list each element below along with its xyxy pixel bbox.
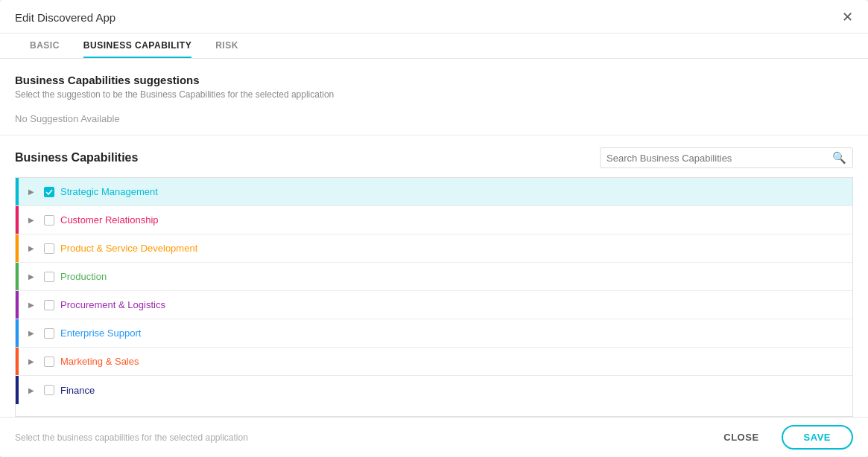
row-checkbox[interactable] (44, 187, 54, 197)
modal-close-icon[interactable]: ✕ (842, 10, 853, 33)
tab-risk[interactable]: RISK (215, 33, 238, 58)
expand-button[interactable]: ▶ (23, 325, 39, 342)
expand-button[interactable]: ▶ (23, 382, 39, 398)
capability-row[interactable]: ▶Procurement & Logistics (16, 291, 852, 319)
modal-body: Business Capabilities suggestions Select… (0, 59, 868, 417)
capability-label: Production (60, 271, 852, 282)
capability-label: Finance (60, 385, 852, 396)
capability-row[interactable]: ▶Marketing & Sales (16, 348, 852, 376)
capability-label: Procurement & Logistics (60, 299, 852, 310)
color-bar (16, 206, 19, 234)
expand-button[interactable]: ▶ (23, 297, 39, 313)
suggestions-section: Business Capabilities suggestions Select… (0, 59, 868, 135)
color-bar (16, 263, 19, 290)
row-checkbox[interactable] (44, 328, 54, 339)
color-bar (16, 291, 19, 319)
edit-discovered-app-modal: Edit Discovered App ✕ BASIC BUSINESS CAP… (0, 0, 868, 457)
color-bar (16, 319, 19, 347)
tab-business-capability[interactable]: BUSINESS CAPABILITY (83, 33, 191, 58)
footer-buttons: CLOSE SAVE (710, 425, 853, 450)
capability-label: Strategic Management (60, 186, 852, 197)
modal-header: Edit Discovered App ✕ (0, 0, 868, 33)
color-bar (16, 376, 19, 404)
row-checkbox[interactable] (44, 357, 54, 367)
capability-row[interactable]: ▶Product & Service Development (16, 234, 852, 263)
no-suggestion-text: No Suggestion Available (15, 110, 853, 127)
search-input[interactable] (606, 153, 832, 164)
expand-button[interactable]: ▶ (23, 354, 39, 370)
tabs-container: BASIC BUSINESS CAPABILITY RISK (0, 33, 868, 59)
save-button[interactable]: SAVE (782, 425, 853, 450)
capability-label: Product & Service Development (60, 243, 852, 254)
footer-hint: Select the business capabilities for the… (15, 432, 248, 443)
capabilities-section: Business Capabilities 🔍 ▶Strategic Manag… (0, 135, 868, 417)
row-checkbox[interactable] (44, 300, 54, 310)
color-bar (16, 348, 19, 375)
capability-row[interactable]: ▶Strategic Management (16, 178, 852, 206)
search-box[interactable]: 🔍 (600, 147, 853, 168)
expand-button[interactable]: ▶ (23, 269, 39, 285)
row-checkbox[interactable] (44, 215, 54, 226)
search-icon[interactable]: 🔍 (832, 151, 846, 164)
capability-row[interactable]: ▶Production (16, 263, 852, 291)
close-button[interactable]: CLOSE (710, 426, 772, 449)
suggestions-title: Business Capabilities suggestions (15, 74, 853, 86)
row-checkbox[interactable] (44, 243, 54, 254)
capability-label: Customer Relationship (60, 214, 852, 226)
suggestions-subtitle: Select the suggestion to be the Business… (15, 89, 853, 100)
expand-button[interactable]: ▶ (23, 240, 39, 257)
color-bar (16, 234, 19, 262)
capability-row[interactable]: ▶Customer Relationship (16, 206, 852, 234)
row-checkbox[interactable] (44, 385, 54, 395)
tab-basic[interactable]: BASIC (30, 33, 60, 58)
modal-title: Edit Discovered App (15, 11, 115, 33)
row-checkbox[interactable] (44, 272, 54, 282)
capabilities-title: Business Capabilities (15, 151, 138, 164)
capability-label: Marketing & Sales (60, 356, 852, 367)
tabs: BASIC BUSINESS CAPABILITY RISK (15, 33, 853, 58)
expand-button[interactable]: ▶ (23, 212, 39, 228)
capability-row[interactable]: ▶Finance (16, 376, 852, 404)
expand-button[interactable]: ▶ (23, 184, 39, 200)
capability-label: Enterprise Support (60, 327, 852, 339)
color-bar (16, 178, 19, 205)
capability-row[interactable]: ▶Enterprise Support (16, 319, 852, 348)
capabilities-list: ▶Strategic Management▶Customer Relations… (15, 177, 853, 417)
capabilities-header: Business Capabilities 🔍 (15, 147, 853, 168)
modal-footer: Select the business capabilities for the… (0, 417, 868, 457)
